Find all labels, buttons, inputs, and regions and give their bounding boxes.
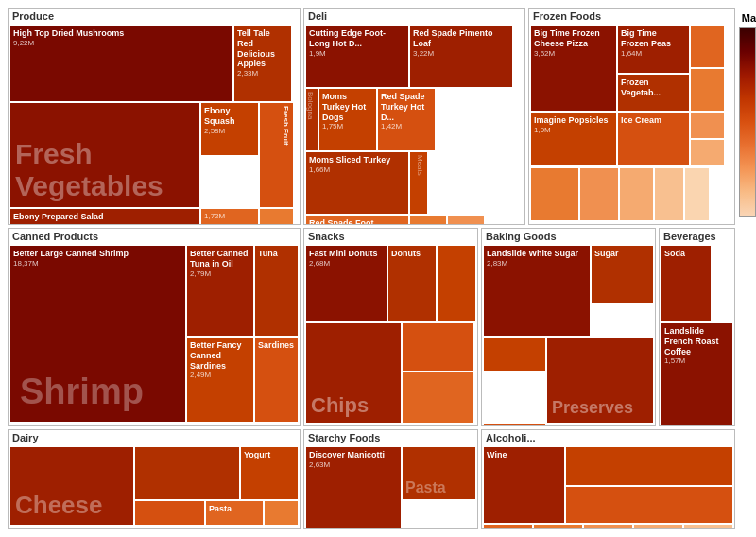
tile-alc-t5[interactable] bbox=[684, 525, 732, 529]
tile-produce-extra[interactable]: 1,72M bbox=[201, 209, 258, 225]
tile-alc-t3[interactable] bbox=[584, 525, 632, 529]
section-dairy: Dairy Cheese Yogurt bbox=[8, 429, 301, 529]
tile-bologna[interactable]: Bologna bbox=[306, 89, 318, 150]
section-deli: Deli Cutting Edge Foot-Long Hot D... 1,9… bbox=[303, 8, 525, 225]
tile-dairy-s2[interactable] bbox=[135, 501, 204, 525]
tile-fresh-fruit[interactable]: Fresh Fruit bbox=[260, 103, 293, 207]
tile-sugar-label[interactable]: Sugar bbox=[592, 246, 653, 303]
tile-tuna[interactable]: Tuna bbox=[255, 246, 298, 336]
snacks-title: Snacks bbox=[304, 229, 477, 244]
tile-frozen-small2[interactable] bbox=[691, 69, 724, 111]
legend-title: Margin bbox=[742, 12, 756, 24]
preserves-text: Preserves bbox=[552, 398, 633, 418]
row-1: Produce High Top Dried Mushrooms 9,22M T… bbox=[8, 8, 735, 225]
section-starchy: Starchy Foods Discover Manicotti 2,63M P… bbox=[303, 429, 478, 529]
section-snacks: Snacks Fast Mini Donuts 2,68M Donuts Chi… bbox=[303, 228, 478, 426]
starchy-title: Starchy Foods bbox=[304, 430, 477, 445]
tile-prepared-salad[interactable]: Ebony Prepared Salad 1,71M bbox=[10, 209, 199, 225]
tile-alc-t1[interactable] bbox=[484, 525, 532, 529]
tile-cheese[interactable]: Cheese bbox=[10, 447, 133, 525]
tile-frozen-s5[interactable] bbox=[685, 168, 709, 220]
tile-wine[interactable]: Wine bbox=[484, 447, 564, 523]
tile-hotdog[interactable]: Cutting Edge Foot-Long Hot D... 1,9M bbox=[306, 26, 408, 87]
tile-manicotti[interactable]: Discover Manicotti 2,63M bbox=[306, 447, 401, 529]
tile-mini-donuts[interactable]: Fast Mini Donuts 2,68M bbox=[306, 246, 387, 321]
section-produce: Produce High Top Dried Mushrooms 9,22M T… bbox=[8, 8, 301, 225]
tile-mushrooms[interactable]: High Top Dried Mushrooms 9,22M bbox=[10, 26, 232, 101]
tile-deli-small1[interactable] bbox=[410, 216, 446, 225]
legend-gradient-bar bbox=[739, 27, 756, 217]
tile-frozen-tiny1[interactable] bbox=[691, 113, 724, 138]
row-2: Canned Products Better Large Canned Shri… bbox=[8, 228, 735, 426]
tile-frozen-s2[interactable] bbox=[580, 168, 618, 220]
tile-frozen-veg[interactable]: Frozen Vegetab... bbox=[618, 75, 689, 111]
tile-frozen-s4[interactable] bbox=[655, 168, 683, 220]
shrimp-text: Shrimp bbox=[20, 372, 144, 412]
tile-dairy-pasta[interactable]: Pasta bbox=[206, 501, 263, 525]
tile-fresh-vegetables[interactable]: Fresh Vegetables bbox=[10, 103, 199, 207]
tile-frozen-s3[interactable] bbox=[620, 168, 653, 220]
tile-produce-small[interactable] bbox=[260, 209, 293, 225]
section-canned: Canned Products Better Large Canned Shri… bbox=[8, 228, 301, 426]
tile-alc-t4[interactable] bbox=[634, 525, 682, 529]
tile-popsicles[interactable]: Imagine Popsicles 1,9M bbox=[531, 113, 616, 165]
tile-snacks-s1[interactable] bbox=[403, 323, 473, 371]
alcoholic-title: Alcoholi... bbox=[482, 430, 734, 445]
baking-title: Baking Goods bbox=[482, 229, 655, 244]
tile-snacks-small[interactable] bbox=[438, 246, 475, 321]
tile-chips[interactable]: Chips bbox=[306, 323, 401, 423]
tile-turkey-dogs[interactable]: Moms Turkey Hot Dogs 1,75M bbox=[319, 89, 376, 150]
tile-shrimp[interactable]: Better Large Canned Shrimp 18,37M Shrimp bbox=[10, 246, 185, 422]
main-container: Produce High Top Dried Mushrooms 9,22M T… bbox=[0, 0, 756, 537]
deli-title: Deli bbox=[304, 9, 524, 24]
produce-title: Produce bbox=[9, 9, 300, 24]
tile-starchy-pasta[interactable]: Pasta bbox=[403, 447, 475, 499]
tile-frozen-s1[interactable] bbox=[531, 168, 578, 220]
section-beverages: Beverages Soda Landslide French Roast Co… bbox=[659, 228, 735, 426]
tile-snacks-s2[interactable] bbox=[403, 372, 473, 423]
tile-sliced-turkey[interactable]: Moms Sliced Turkey 1,66M bbox=[306, 152, 408, 214]
cheese-text: Cheese bbox=[15, 491, 103, 520]
tile-baking-s1[interactable] bbox=[484, 424, 545, 426]
tile-dairy-s1[interactable] bbox=[135, 447, 239, 499]
tile-alc-s1[interactable] bbox=[566, 447, 732, 485]
tile-sardines-label[interactable]: Sardines bbox=[255, 338, 298, 422]
chips-text: Chips bbox=[311, 393, 369, 418]
chart-area: Produce High Top Dried Mushrooms 9,22M T… bbox=[8, 8, 735, 529]
tile-coffee[interactable]: Landslide French Roast Coffee 1,57M bbox=[662, 323, 732, 426]
frozen-title: Frozen Foods bbox=[529, 9, 734, 24]
beverages-title: Beverages bbox=[660, 229, 734, 244]
tile-frozen-peas[interactable]: Big Time Frozen Peas 1,64M bbox=[618, 26, 689, 73]
row-3: Dairy Cheese Yogurt bbox=[8, 429, 735, 529]
tile-donuts-label[interactable]: Donuts bbox=[388, 246, 436, 321]
tile-white-sugar[interactable]: Landslide White Sugar 2,83M bbox=[484, 246, 590, 336]
section-frozen: Frozen Foods Big Time Frozen Cheese Pizz… bbox=[528, 8, 735, 225]
legend: Margin 1 -0,69 bbox=[739, 8, 756, 529]
section-baking: Baking Goods Landslide White Sugar 2,83M… bbox=[481, 228, 656, 426]
canned-title: Canned Products bbox=[9, 229, 300, 244]
section-alcoholic: Alcoholi... Wine bbox=[481, 429, 735, 529]
tile-tuna-oil[interactable]: Better Canned Tuna in Oil 2,79M bbox=[187, 246, 253, 336]
tile-ice-cream[interactable]: Ice Cream bbox=[618, 113, 689, 165]
tile-redspade-foot[interactable]: Red Spade Foot... 1,35M bbox=[306, 216, 408, 225]
tile-cheese-pizza[interactable]: Big Time Frozen Cheese Pizza 3,62M bbox=[531, 26, 616, 111]
tile-alc-t2[interactable] bbox=[534, 525, 582, 529]
tile-alc-s2[interactable] bbox=[566, 487, 732, 523]
tile-apples[interactable]: Tell Tale Red Delicious Apples 2,33M bbox=[234, 26, 291, 101]
tile-deli-small2[interactable] bbox=[448, 216, 484, 225]
tile-squash[interactable]: Ebony Squash 2,58M bbox=[201, 103, 258, 155]
tile-meats[interactable]: Meats bbox=[410, 152, 427, 214]
tile-frozen-small1[interactable] bbox=[691, 26, 724, 67]
fresh-vegetables-text: Fresh Vegetables bbox=[15, 138, 199, 202]
tile-red-spade-turkey[interactable]: Red Spade Turkey Hot D... 1,42M bbox=[378, 89, 435, 150]
tile-pimento[interactable]: Red Spade Pimento Loaf 3,22M bbox=[410, 26, 512, 87]
tile-sardines[interactable]: Better Fancy Canned Sardines 2,49M bbox=[187, 338, 253, 422]
tile-frozen-tiny2[interactable] bbox=[691, 140, 724, 165]
tile-baking-small1[interactable] bbox=[484, 338, 545, 371]
tile-yogurt[interactable]: Yogurt bbox=[241, 447, 298, 499]
tile-dairy-s3[interactable] bbox=[265, 501, 298, 525]
tile-preserves[interactable]: Preserves bbox=[547, 338, 653, 423]
dairy-title: Dairy bbox=[9, 430, 300, 445]
tile-soda[interactable]: Soda bbox=[662, 246, 711, 321]
